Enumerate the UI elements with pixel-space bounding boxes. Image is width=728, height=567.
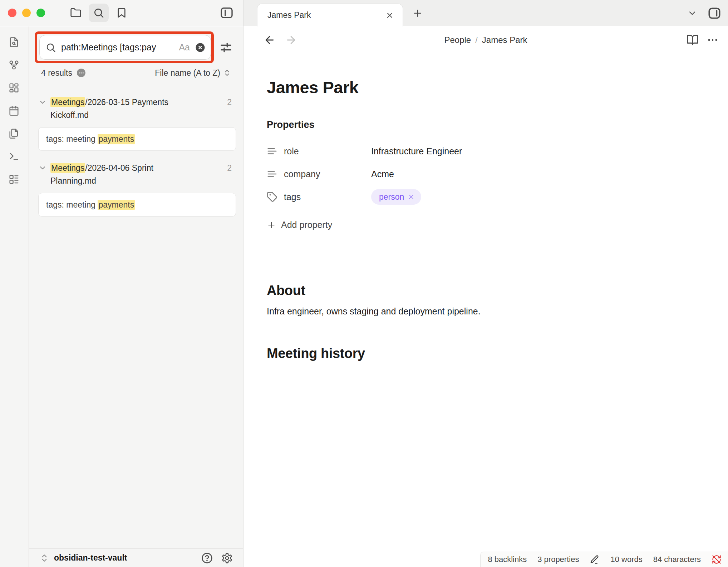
close-window-button[interactable] — [8, 9, 16, 17]
more-options-button[interactable] — [707, 34, 719, 46]
help-button[interactable] — [201, 552, 213, 564]
book-open-icon — [687, 34, 699, 46]
ellipsis-icon — [707, 34, 719, 46]
path-highlight: Meetings — [50, 163, 85, 173]
settings-button[interactable] — [221, 552, 233, 564]
vault-name: obsidian-test-vault — [54, 553, 127, 563]
note-content: James Park Properties role Infrastructur… — [244, 54, 728, 361]
match-count: 2 — [227, 96, 232, 109]
text-property-icon[interactable] — [267, 169, 277, 179]
ribbon-canvas-button[interactable] — [9, 82, 20, 94]
results-bar: 4 results File name (A to Z) — [41, 66, 231, 79]
help-circle-icon — [201, 552, 213, 564]
search-result: Meetings/2026-04-06 Sprint Planning.md 2… — [29, 155, 243, 221]
sliders-icon — [219, 40, 233, 55]
obsidian-window: Aa 4 results File name (A to Z) — [0, 0, 728, 567]
panel-left-icon — [220, 6, 234, 20]
tab-james-park[interactable]: James Park — [257, 4, 403, 26]
search-input[interactable]: Aa — [39, 35, 211, 60]
chevron-down-icon[interactable] — [38, 98, 47, 106]
search-match[interactable]: tags: meeting payments — [38, 193, 236, 217]
text-property-icon[interactable] — [267, 146, 277, 156]
close-tab-button[interactable] — [385, 11, 394, 20]
pencil-icon — [590, 554, 600, 564]
zoom-window-button[interactable] — [36, 9, 45, 17]
sidebar-tab-buttons — [66, 4, 132, 22]
search-result: Meetings/2026-03-15 Payments Kickoff.md … — [29, 89, 243, 155]
plus-icon — [412, 8, 423, 19]
new-tab-button[interactable] — [412, 8, 423, 19]
folder-icon — [70, 7, 82, 19]
search-panel: Aa 4 results File name (A to Z) — [29, 26, 243, 567]
properties-list: role Infrastructure Engineer company Acm… — [267, 140, 699, 208]
result-file-path: Meetings/2026-03-15 Payments Kickoff.md — [47, 96, 201, 121]
files-icon — [9, 128, 20, 139]
property-value[interactable]: Infrastructure Engineer — [371, 146, 462, 156]
breadcrumb-page[interactable]: James Park — [482, 35, 527, 45]
property-value[interactable]: Acme — [371, 169, 394, 179]
ribbon-templates-button[interactable] — [9, 128, 20, 139]
about-heading: About — [267, 283, 699, 298]
circle-ellipsis-icon[interactable] — [77, 68, 86, 78]
search-tab-button[interactable] — [89, 4, 109, 22]
character-count: 84 characters — [653, 555, 701, 564]
tab-bar: James Park — [244, 0, 728, 26]
file-explorer-tab-button[interactable] — [66, 4, 86, 22]
search-icon — [93, 7, 104, 19]
word-count: 10 words — [610, 555, 642, 564]
property-row-tags: tags person — [267, 185, 699, 208]
sync-error-button[interactable] — [712, 554, 722, 564]
tag-icon[interactable] — [267, 192, 277, 202]
clear-search-button[interactable] — [195, 42, 206, 53]
search-query-field[interactable] — [61, 42, 177, 53]
sync-off-icon — [712, 554, 722, 564]
breadcrumb-folder[interactable]: People — [444, 35, 471, 45]
match-highlight: payments — [98, 200, 135, 210]
tag-pill-person[interactable]: person — [371, 189, 421, 205]
match-case-toggle[interactable]: Aa — [179, 42, 190, 53]
search-match[interactable]: tags: meeting payments — [38, 127, 236, 151]
backlinks-count[interactable]: 8 backlinks — [488, 555, 527, 564]
layout-dashboard-icon — [9, 83, 20, 93]
ribbon-layout-list-button[interactable] — [9, 174, 20, 185]
chevron-down-icon — [687, 8, 697, 18]
close-icon — [385, 11, 394, 20]
property-name[interactable]: role — [284, 146, 371, 156]
plus-icon — [267, 220, 276, 230]
match-text: tags: meeting — [46, 200, 98, 210]
add-property-label: Add property — [281, 220, 332, 230]
main-pane: James Park — [244, 0, 728, 567]
about-body: Infra engineer, owns staging and deploym… — [267, 306, 699, 317]
note-title: James Park — [267, 78, 699, 97]
properties-count[interactable]: 3 properties — [537, 555, 579, 564]
ribbon-daily-note-button[interactable] — [9, 105, 20, 116]
collapse-left-sidebar-button[interactable] — [217, 4, 237, 22]
property-name[interactable]: tags — [284, 192, 371, 202]
file-search-icon — [9, 37, 20, 48]
chevron-down-icon[interactable] — [38, 164, 47, 172]
search-result-header[interactable]: Meetings/2026-04-06 Sprint Planning.md 2 — [38, 161, 236, 187]
chevrons-up-down-icon — [223, 69, 231, 77]
minimize-window-button[interactable] — [22, 9, 31, 17]
remove-tag-button[interactable] — [408, 193, 415, 200]
property-name[interactable]: company — [284, 169, 371, 179]
tag-label: person — [379, 192, 404, 202]
panel-right-icon — [707, 5, 722, 21]
results-summary: 4 results — [41, 68, 86, 78]
add-property-button[interactable]: Add property — [267, 220, 332, 230]
tab-list-dropdown-button[interactable] — [687, 8, 697, 18]
vault-switcher[interactable]: obsidian-test-vault — [40, 553, 127, 563]
ribbon-graph-view-button[interactable] — [9, 59, 20, 71]
expand-right-sidebar-button[interactable] — [707, 5, 722, 21]
bookmarks-tab-button[interactable] — [112, 4, 132, 22]
editing-mode-toggle[interactable] — [590, 554, 600, 564]
bookmark-icon — [116, 7, 127, 19]
ribbon-terminal-button[interactable] — [9, 151, 20, 162]
tab-title: James Park — [267, 10, 311, 20]
reading-view-button[interactable] — [687, 34, 699, 46]
sort-order-button[interactable]: File name (A to Z) — [155, 68, 231, 78]
titlebar — [0, 0, 243, 26]
search-result-header[interactable]: Meetings/2026-03-15 Payments Kickoff.md … — [38, 96, 236, 121]
search-settings-button[interactable] — [218, 39, 234, 56]
ribbon-file-search-button[interactable] — [9, 36, 20, 48]
